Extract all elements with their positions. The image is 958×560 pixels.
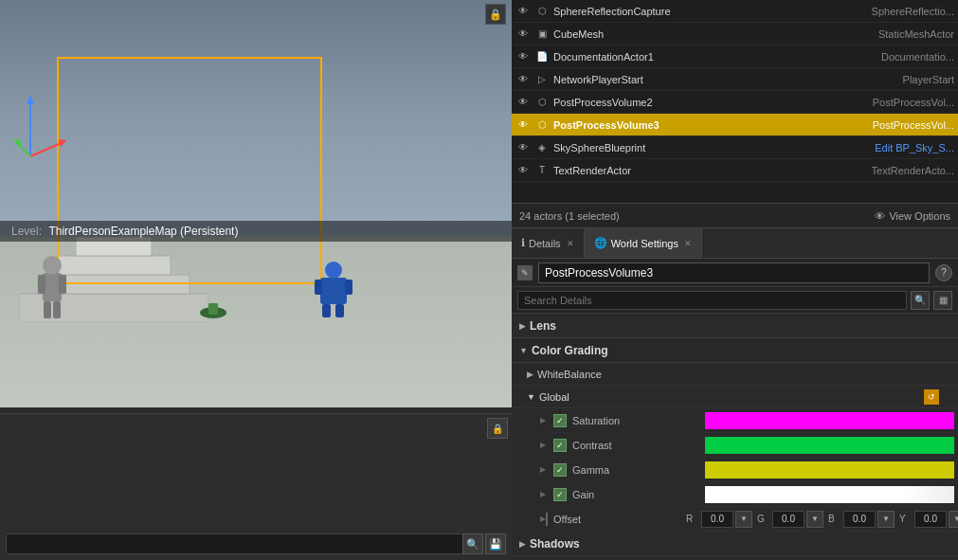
character-1 <box>28 254 76 320</box>
actor-type-6: Edit BP_Sky_S... <box>875 142 954 154</box>
svg-rect-15 <box>53 301 61 318</box>
offset-field: R ▼ G ▼ B ▼ Y ▼ <box>686 511 958 528</box>
actor-type-1: StaticMeshActor <box>878 28 954 40</box>
global-arrow: ▼ <box>527 392 535 402</box>
playback-controls: 🔒 <box>487 418 508 439</box>
contrast-bar[interactable] <box>705 437 954 454</box>
offset-r-input[interactable] <box>701 511 733 528</box>
actor-name-4: PostProcessVolume2 <box>553 97 873 108</box>
eye-icon-0: 👁 <box>515 4 531 19</box>
color-grading-arrow: ▼ <box>519 346 528 355</box>
search-details-input[interactable] <box>517 291 907 310</box>
actor-icon-3: ▷ <box>534 72 550 87</box>
offset-g-btn[interactable]: ▼ <box>806 511 823 528</box>
outliner-row-textrenderactor[interactable]: 👁 T TextRenderActor TextRenderActo... <box>512 159 958 182</box>
offset-b-btn[interactable]: ▼ <box>877 511 895 528</box>
actor-type-7: TextRenderActo... <box>872 165 954 176</box>
level-label: Level: <box>11 225 42 238</box>
actor-name-6: SkySphereBlueprint <box>553 142 875 154</box>
view-options-button[interactable]: 👁 View Options <box>875 210 950 222</box>
gamma-bar[interactable] <box>705 461 954 479</box>
svg-point-17 <box>325 262 342 279</box>
offset-b-input[interactable] <box>843 511 876 528</box>
bottom-save-btn[interactable]: 💾 <box>485 533 506 554</box>
tab-details[interactable]: ℹ Details ✕ <box>512 228 585 258</box>
right-panel: 👁 ⬡ SphereReflectionCapture SphereReflec… <box>512 0 958 560</box>
offset-r-group: R ▼ <box>686 511 752 528</box>
gain-label: Gain <box>572 489 705 500</box>
color-grading-section-header[interactable]: ▼ Color Grading <box>512 338 958 363</box>
offset-y-btn[interactable]: ▼ <box>949 511 958 528</box>
global-label: Global <box>539 391 569 403</box>
offset-checkbox[interactable] <box>546 513 548 526</box>
outliner-row-spherereflectioncapture[interactable]: 👁 ⬡ SphereReflectionCapture SphereReflec… <box>512 0 958 23</box>
saturation-expand[interactable]: ▶ <box>540 416 553 425</box>
outliner-row-cubemesh[interactable]: 👁 ▣ CubeMesh StaticMeshActor <box>512 23 958 45</box>
gain-checkbox[interactable]: ✓ <box>553 488 567 501</box>
help-button[interactable]: ? <box>935 264 952 281</box>
outliner-row-networkplayerstart[interactable]: 👁 ▷ NetworkPlayerStart PlayerStart <box>512 68 958 91</box>
color-grading-label: Color Grading <box>532 344 608 357</box>
search-details-button[interactable]: 🔍 <box>911 291 930 310</box>
svg-line-6 <box>30 142 63 156</box>
eye-icon-3: 👁 <box>515 72 531 87</box>
gamma-expand[interactable]: ▶ <box>540 465 553 474</box>
svg-rect-23 <box>208 303 218 315</box>
details-tab-icon: ℹ <box>521 237 525 249</box>
offset-r-btn[interactable]: ▼ <box>735 511 752 528</box>
outliner-row-postprocessvolume3[interactable]: 👁 ⬡ PostProcessVolume3 PostProcessVol... <box>512 114 958 136</box>
contrast-expand[interactable]: ▶ <box>540 441 553 449</box>
green-object <box>199 296 227 319</box>
offset-b-group: B ▼ <box>828 511 895 528</box>
saturation-color-bar <box>705 412 954 429</box>
offset-y-input[interactable] <box>914 511 947 528</box>
saturation-bar[interactable] <box>705 412 954 429</box>
offset-g-input[interactable] <box>772 511 804 528</box>
character-2 <box>313 261 355 317</box>
lens-section-header[interactable]: ▶ Lens <box>512 314 958 338</box>
bottom-search-btn[interactable]: 🔍 <box>462 533 483 554</box>
global-reset-button[interactable]: ↺ <box>924 389 939 405</box>
eye-icon-7: 👁 <box>515 163 531 178</box>
object-name-input[interactable] <box>538 262 930 283</box>
gain-expand[interactable]: ▶ <box>540 490 553 498</box>
actor-count: 24 actors (1 selected) <box>519 210 620 222</box>
shadows-label: Shadows <box>530 537 580 551</box>
shadows-arrow: ▶ <box>519 539 526 549</box>
lock-btn[interactable]: 🔒 <box>487 418 508 439</box>
outliner-row-documentationactor1[interactable]: 👁 📄 DocumentationActor1 Documentatio... <box>512 45 958 68</box>
outliner-row-postprocessvolume2[interactable]: 👁 ⬡ PostProcessVolume2 PostProcessVol... <box>512 91 958 114</box>
contrast-checkbox[interactable]: ✓ <box>553 439 567 452</box>
world-settings-tab-close[interactable]: ✕ <box>684 239 692 248</box>
eye-icon-1: 👁 <box>515 27 531 42</box>
global-header[interactable]: ▼ Global ↺ <box>512 386 958 408</box>
gamma-label: Gamma <box>572 464 705 476</box>
actor-icon-5: ⬡ <box>534 117 550 133</box>
details-tab-close[interactable]: ✕ <box>567 239 574 248</box>
outliner-footer: 24 actors (1 selected) 👁 View Options <box>512 204 958 228</box>
view-options-label: View Options <box>889 210 950 222</box>
svg-rect-16 <box>320 278 347 304</box>
saturation-checkbox[interactable]: ✓ <box>553 414 567 427</box>
viewport-lock-button[interactable]: 🔒 <box>485 4 506 25</box>
white-balance-header[interactable]: ▶ WhiteBalance <box>512 363 958 386</box>
contrast-label: Contrast <box>572 440 705 451</box>
svg-marker-5 <box>27 95 34 104</box>
eye-icon-2: 👁 <box>515 49 531 64</box>
shadows-section-header[interactable]: ▶ Shadows <box>512 532 958 556</box>
actor-icon-6: ◈ <box>534 140 550 155</box>
offset-g-group: G ▼ <box>757 511 823 528</box>
actor-type-3: PlayerStart <box>903 74 954 85</box>
svg-rect-21 <box>335 304 344 317</box>
tab-world-settings[interactable]: 🌐 World Settings ✕ <box>585 228 702 258</box>
gamma-checkbox[interactable]: ✓ <box>553 463 567 477</box>
offset-b-label: B <box>828 514 841 524</box>
grid-view-button[interactable]: ▦ <box>933 291 952 310</box>
gain-color-bar <box>705 486 954 503</box>
actor-icon-4: ⬡ <box>534 95 550 110</box>
bottom-search-bar <box>6 533 478 554</box>
outliner-row-skysphereblueprint[interactable]: 👁 ◈ SkySphereBlueprint Edit BP_Sky_S... <box>512 136 958 159</box>
level-name: ThirdPersonExampleMap (Persistent) <box>48 225 238 238</box>
gain-bar[interactable] <box>705 486 954 503</box>
actor-icon-0: ⬡ <box>534 4 550 19</box>
